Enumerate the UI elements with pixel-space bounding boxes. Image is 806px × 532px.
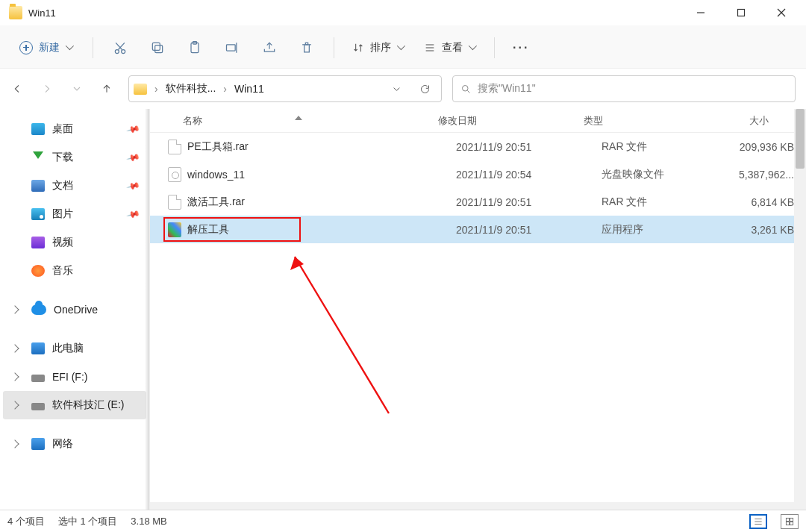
file-size: 5,387,962... bbox=[727, 169, 802, 181]
sidebar-item-thispc[interactable]: 此电脑 bbox=[3, 334, 146, 363]
svg-rect-8 bbox=[155, 45, 163, 52]
col-header-name[interactable]: 名称 bbox=[183, 114, 438, 128]
svg-rect-1 bbox=[738, 10, 745, 16]
toolbar: 新建 排序 查看 ··· bbox=[0, 27, 806, 69]
col-header-size[interactable]: 大小 bbox=[709, 114, 784, 128]
file-date: 2021/11/9 20:51 bbox=[456, 141, 602, 153]
breadcrumb-seg[interactable]: Win11 bbox=[234, 83, 264, 95]
download-icon bbox=[31, 151, 45, 163]
chevron-down-icon bbox=[397, 44, 404, 51]
view-thumbnails-button[interactable] bbox=[781, 514, 799, 529]
svg-rect-24 bbox=[786, 518, 789, 521]
sidebar-item-documents[interactable]: 文档📌 bbox=[3, 172, 146, 200]
sidebar-item-network[interactable]: 网络 bbox=[3, 430, 146, 458]
delete-button[interactable] bbox=[290, 33, 323, 63]
sidebar-item-downloads[interactable]: 下载📌 bbox=[3, 143, 146, 172]
drive-icon bbox=[31, 403, 45, 410]
new-button[interactable]: 新建 bbox=[10, 37, 82, 59]
chevron-right-icon: › bbox=[220, 83, 230, 95]
file-name: windows_11 bbox=[187, 169, 456, 181]
chevron-down-icon bbox=[66, 44, 73, 51]
status-selection: 选中 1 个项目 bbox=[58, 515, 117, 528]
svg-point-17 bbox=[463, 85, 469, 91]
search-placeholder: 搜索"Win11" bbox=[478, 82, 536, 96]
back-button[interactable] bbox=[10, 82, 24, 96]
sidebar-item-label: OneDrive bbox=[54, 304, 98, 316]
col-header-type[interactable]: 类型 bbox=[584, 114, 709, 128]
document-icon bbox=[31, 180, 45, 192]
sidebar-item-drive-f[interactable]: EFI (F:) bbox=[3, 363, 146, 391]
pin-icon: 📌 bbox=[126, 122, 141, 137]
more-button[interactable]: ··· bbox=[505, 38, 537, 57]
vertical-scrollbar[interactable] bbox=[794, 109, 806, 510]
view-button[interactable]: 查看 bbox=[416, 38, 484, 57]
video-icon bbox=[31, 237, 45, 248]
new-label: 新建 bbox=[39, 41, 60, 54]
sidebar-item-desktop[interactable]: 桌面📌 bbox=[3, 115, 146, 143]
sidebar-item-pictures[interactable]: 图片📌 bbox=[3, 200, 146, 228]
share-button[interactable] bbox=[253, 33, 286, 63]
network-icon bbox=[31, 438, 45, 450]
horizontal-scrollbar[interactable] bbox=[150, 502, 794, 510]
file-icon bbox=[168, 140, 181, 154]
file-name: 解压工具 bbox=[187, 223, 456, 237]
svg-line-19 bbox=[295, 257, 389, 413]
breadcrumb-dropdown[interactable] bbox=[384, 77, 408, 101]
col-header-date[interactable]: 修改日期 bbox=[438, 114, 584, 128]
sidebar-item-onedrive[interactable]: OneDrive bbox=[3, 295, 146, 324]
search-box[interactable]: 搜索"Win11" bbox=[452, 75, 796, 102]
svg-point-4 bbox=[115, 49, 119, 53]
address-bar[interactable]: › 软件科技... › Win11 bbox=[128, 75, 442, 102]
file-row[interactable]: windows_11 2021/11/9 20:54 光盘映像文件 5,387,… bbox=[150, 160, 806, 188]
refresh-button[interactable] bbox=[413, 77, 437, 101]
pin-icon: 📌 bbox=[126, 178, 141, 193]
nav-row: › 软件科技... › Win11 搜索"Win11" bbox=[0, 69, 806, 109]
sidebar-item-drive-e[interactable]: 软件科技汇 (E:) bbox=[3, 391, 146, 419]
pictures-icon bbox=[31, 208, 45, 220]
svg-line-18 bbox=[467, 90, 469, 93]
chevron-down-icon bbox=[469, 44, 476, 51]
paste-button[interactable] bbox=[178, 33, 211, 63]
forward-button[interactable] bbox=[40, 82, 54, 96]
recent-dropdown[interactable] bbox=[70, 82, 84, 96]
sidebar-item-label: EFI (F:) bbox=[52, 371, 87, 383]
folder-icon bbox=[9, 6, 22, 19]
rename-button[interactable] bbox=[216, 33, 249, 63]
copy-button[interactable] bbox=[141, 33, 174, 63]
pin-icon: 📌 bbox=[126, 150, 141, 165]
scrollbar-thumb[interactable] bbox=[796, 109, 805, 169]
sidebar-item-music[interactable]: 音乐 bbox=[3, 257, 146, 285]
minimize-button[interactable] bbox=[681, 0, 721, 26]
drive-icon bbox=[31, 375, 45, 382]
svg-rect-25 bbox=[790, 518, 793, 521]
sort-asc-icon bbox=[295, 116, 302, 120]
svg-rect-12 bbox=[227, 44, 236, 50]
sidebar: 桌面📌 下载📌 文档📌 图片📌 视频 音乐 OneDrive 此电脑 EFI (… bbox=[0, 109, 149, 510]
application-icon bbox=[168, 222, 181, 237]
sidebar-item-label: 软件科技汇 (E:) bbox=[52, 398, 124, 412]
close-button[interactable] bbox=[761, 0, 802, 26]
separator bbox=[93, 37, 93, 58]
file-row[interactable]: PE工具箱.rar 2021/11/9 20:51 RAR 文件 209,936… bbox=[150, 133, 806, 160]
sort-button[interactable]: 排序 bbox=[345, 38, 412, 57]
title-bar: Win11 bbox=[0, 0, 806, 27]
file-row[interactable]: 解压工具 2021/11/9 20:51 应用程序 3,261 KB bbox=[150, 216, 806, 243]
sidebar-item-label: 视频 bbox=[52, 236, 73, 249]
status-item-count: 4 个项目 bbox=[7, 515, 45, 528]
view-details-button[interactable] bbox=[749, 514, 767, 529]
chevron-right-icon: › bbox=[151, 83, 161, 95]
music-icon bbox=[31, 265, 45, 277]
sidebar-item-videos[interactable]: 视频 bbox=[3, 228, 146, 257]
file-row[interactable]: 激活工具.rar 2021/11/9 20:51 RAR 文件 6,814 KB bbox=[150, 188, 806, 216]
svg-point-5 bbox=[122, 49, 125, 53]
file-type: 应用程序 bbox=[602, 223, 727, 237]
cut-button[interactable] bbox=[104, 33, 137, 63]
svg-rect-9 bbox=[152, 43, 160, 50]
sidebar-item-label: 桌面 bbox=[52, 122, 73, 136]
file-date: 2021/11/9 20:54 bbox=[456, 169, 602, 181]
search-icon bbox=[460, 84, 472, 95]
sidebar-item-label: 网络 bbox=[52, 437, 73, 451]
breadcrumb-seg[interactable]: 软件科技... bbox=[166, 82, 216, 96]
up-button[interactable] bbox=[100, 82, 113, 96]
maximize-button[interactable] bbox=[721, 0, 761, 26]
